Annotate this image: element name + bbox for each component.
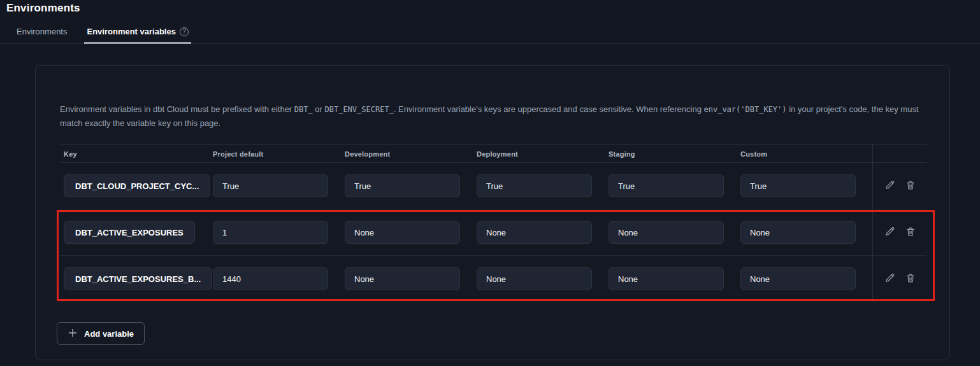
variable-value-deployment: None <box>477 267 592 290</box>
pencil-icon <box>884 226 895 239</box>
page-title: Environments <box>0 0 980 15</box>
column-header-deployment: Deployment <box>477 145 609 162</box>
description-segment: Environment variables in dbt Cloud must … <box>60 104 294 114</box>
column-header-development: Development <box>345 145 477 162</box>
column-header-custom: Custom <box>740 145 872 162</box>
description-segment: or <box>313 104 325 114</box>
tab-label: Environments <box>17 27 67 36</box>
table-row: DBT_CLOUD_PROJECT_CYC... True True True … <box>60 163 926 209</box>
edit-variable-button[interactable] <box>884 272 895 285</box>
pencil-icon <box>884 179 895 192</box>
edit-variable-button[interactable] <box>884 179 895 192</box>
code-snippet-secret-prefix: DBT_ENV_SECRET_ <box>325 105 394 114</box>
variable-value-project-default: 1 <box>213 221 328 244</box>
trash-icon <box>905 227 916 239</box>
delete-variable-button[interactable] <box>905 180 916 192</box>
variable-value-custom: True <box>740 174 856 197</box>
table-row: DBT_ACTIVE_EXPOSURES 1 None None None No… <box>60 209 926 256</box>
variable-value-development: None <box>345 221 460 244</box>
column-header-project-default: Project default <box>213 145 345 162</box>
description-text: Environment variables in dbt Cloud must … <box>60 102 925 130</box>
trash-icon <box>905 180 916 192</box>
variable-value-staging: True <box>609 174 724 197</box>
add-variable-button[interactable]: Add variable <box>57 322 145 345</box>
variable-key-pill: DBT_ACTIVE_EXPOSURES <box>64 221 195 244</box>
variable-value-custom: None <box>740 221 856 244</box>
variable-value-deployment: None <box>477 221 592 244</box>
delete-variable-button[interactable] <box>905 273 916 285</box>
column-header-key: Key <box>60 145 213 162</box>
trash-icon <box>905 273 916 285</box>
pencil-icon <box>884 272 895 285</box>
variable-value-deployment: True <box>477 174 592 197</box>
edit-variable-button[interactable] <box>884 226 895 239</box>
description-segment: . Environment variable's keys are upperc… <box>394 104 704 114</box>
tab-environments[interactable]: Environments <box>14 27 69 44</box>
variable-value-custom: None <box>740 267 856 290</box>
plus-icon <box>68 328 78 340</box>
variable-value-development: None <box>345 267 460 290</box>
question-circle-icon[interactable] <box>180 27 189 36</box>
row-actions <box>872 256 926 302</box>
environment-variables-card: Environment variables in dbt Cloud must … <box>35 65 950 360</box>
variable-value-staging: None <box>609 221 724 244</box>
code-snippet-dbt-prefix: DBT_ <box>294 105 313 114</box>
variables-table: Key Project default Development Deployme… <box>60 144 926 302</box>
row-actions <box>872 163 926 209</box>
variable-key-pill: DBT_CLOUD_PROJECT_CYC... <box>64 174 210 197</box>
tab-label: Environment variables <box>87 27 175 36</box>
variable-value-project-default: True <box>213 174 328 197</box>
tab-bar: Environments Environment variables <box>0 27 980 44</box>
column-header-actions <box>872 145 926 162</box>
variable-value-staging: None <box>609 267 724 290</box>
row-actions <box>872 209 926 255</box>
table-row: DBT_ACTIVE_EXPOSURES_B... 1440 None None… <box>60 256 926 302</box>
variable-key-pill: DBT_ACTIVE_EXPOSURES_B... <box>64 267 212 290</box>
variable-value-project-default: 1440 <box>213 267 328 290</box>
table-header-row: Key Project default Development Deployme… <box>60 145 926 163</box>
tab-environment-variables[interactable]: Environment variables <box>84 27 191 44</box>
page: Environments Environments Environment va… <box>0 0 980 360</box>
code-snippet-env-var: env_var('DBT_KEY') <box>704 105 787 114</box>
add-variable-label: Add variable <box>84 329 134 339</box>
variable-value-development: True <box>345 174 460 197</box>
delete-variable-button[interactable] <box>905 227 916 239</box>
column-header-staging: Staging <box>609 145 740 162</box>
